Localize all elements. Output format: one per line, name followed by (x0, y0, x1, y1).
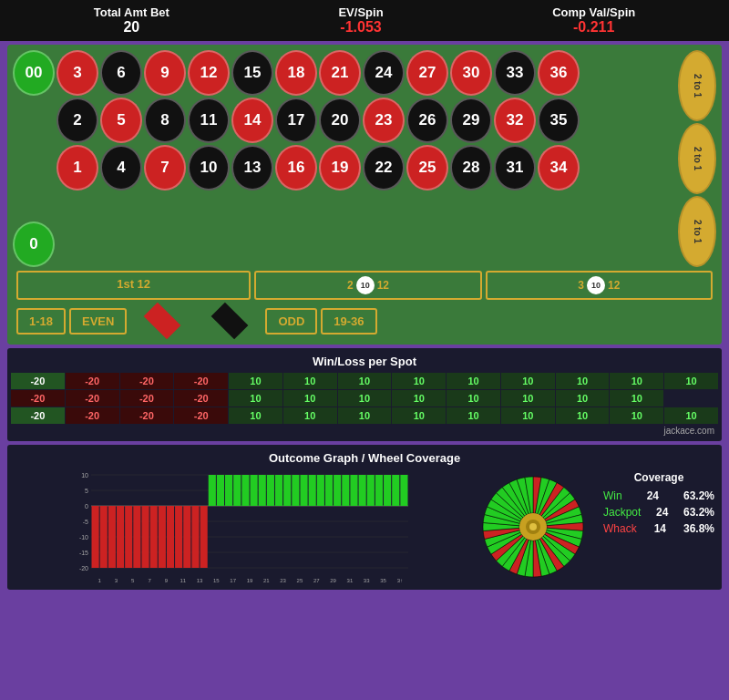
btn-19-36[interactable]: 19-36 (321, 308, 376, 335)
grid-col-6: 212019 (319, 50, 361, 267)
ev-spin-col: EV/Spin -1.053 (338, 5, 383, 36)
bar-chart-area: -20-15-10-505101357911131517192123252729… (11, 468, 467, 586)
svg-text:31: 31 (347, 578, 354, 583)
number-3[interactable]: 3 (56, 50, 98, 96)
svg-text:3: 3 (115, 578, 118, 583)
btn-even[interactable]: EVEN (69, 308, 127, 335)
svg-rect-45 (342, 475, 349, 506)
number-23[interactable]: 23 (363, 98, 405, 143)
wl-cell-r1-c0: -20 (11, 390, 65, 407)
wl-cell-r2-c3: -20 (174, 407, 228, 424)
win-loss-section: Win/Loss per Spot -20-20-20-201010101010… (7, 348, 722, 441)
svg-rect-31 (225, 475, 232, 506)
btn-1-18[interactable]: 1-18 (16, 308, 66, 335)
svg-rect-35 (259, 475, 266, 506)
svg-text:13: 13 (197, 578, 203, 583)
total-amt-bet-label: Total Amt Bet (94, 5, 169, 19)
wl-cell-r1-c1: -20 (66, 390, 119, 407)
coverage-whack-count: 14 (654, 522, 666, 535)
wl-cell-r1-c2: -20 (120, 390, 174, 407)
number-4[interactable]: 4 (100, 145, 142, 190)
second-dozen-btn[interactable]: 2 10 12 (254, 271, 481, 300)
number-21[interactable]: 21 (319, 50, 361, 96)
svg-rect-41 (309, 475, 316, 506)
first-dozen-btn[interactable]: 1st 12 (16, 271, 251, 300)
svg-rect-26 (183, 506, 190, 568)
number-2[interactable]: 2 (56, 98, 98, 143)
coverage-title: Coverage (603, 471, 714, 484)
number-19[interactable]: 19 (319, 145, 361, 190)
number-8[interactable]: 8 (144, 98, 186, 143)
svg-rect-34 (251, 475, 258, 506)
number-27[interactable]: 27 (406, 50, 448, 96)
win-loss-grid: -20-20-20-20101010101010101010-20-20-20-… (11, 373, 718, 424)
third-dozen-btn[interactable]: 3 10 12 (486, 271, 713, 300)
coverage-win-pct: 63.2% (683, 489, 714, 502)
number-1[interactable]: 1 (56, 145, 98, 190)
svg-text:33: 33 (364, 578, 370, 583)
number-9[interactable]: 9 (144, 50, 186, 96)
svg-rect-51 (392, 475, 399, 506)
svg-rect-22 (150, 506, 158, 568)
number-33[interactable]: 33 (494, 50, 536, 96)
number-29[interactable]: 29 (450, 98, 492, 143)
number-12[interactable]: 12 (188, 50, 230, 96)
svg-text:15: 15 (213, 578, 220, 583)
number-32[interactable]: 32 (494, 98, 536, 143)
svg-text:7: 7 (148, 578, 151, 583)
number-13[interactable]: 13 (231, 145, 273, 190)
grid-col-5: 181716 (275, 50, 317, 267)
grid-col-4: 151413 (231, 50, 273, 267)
number-36[interactable]: 36 (538, 50, 580, 96)
number-15[interactable]: 15 (231, 50, 273, 96)
coverage-win-row: Win 24 63.2% (603, 489, 714, 502)
number-30[interactable]: 30 (450, 50, 492, 96)
number-20[interactable]: 20 (319, 98, 361, 143)
number-11[interactable]: 11 (188, 98, 230, 143)
svg-text:0: 0 (85, 503, 88, 510)
coverage-whack-row: Whack 14 36.8% (603, 522, 714, 535)
2to1-mid[interactable]: 2 to 1 (678, 123, 716, 194)
number-7[interactable]: 7 (144, 145, 186, 190)
number-25[interactable]: 25 (406, 145, 448, 190)
number-24[interactable]: 24 (363, 50, 405, 96)
svg-text:21: 21 (263, 578, 270, 583)
grid-col-9: 302928 (450, 50, 492, 267)
number-35[interactable]: 35 (538, 98, 580, 143)
wl-cell-r0-c5: 10 (283, 373, 337, 389)
table-bottom: 1st 12 2 10 12 3 10 12 1-18 EVEN ODD 19 (13, 271, 716, 339)
number-26[interactable]: 26 (406, 98, 448, 143)
number-18[interactable]: 18 (275, 50, 317, 96)
grid-col-2: 987 (144, 50, 186, 267)
number-5[interactable]: 5 (100, 98, 142, 143)
number-16[interactable]: 16 (275, 145, 317, 190)
svg-rect-25 (175, 506, 182, 568)
number-14[interactable]: 14 (231, 98, 273, 143)
number-0[interactable]: 0 (13, 221, 55, 267)
black-diamond[interactable] (211, 303, 249, 340)
number-6[interactable]: 6 (100, 50, 142, 96)
wl-cell-r2-c10: 10 (556, 407, 610, 424)
number-17[interactable]: 17 (275, 98, 317, 143)
svg-rect-48 (367, 475, 375, 506)
number-28[interactable]: 28 (450, 145, 492, 190)
coverage-whack-pct: 36.8% (683, 522, 714, 535)
number-10[interactable]: 10 (188, 145, 230, 190)
2to1-top[interactable]: 2 to 1 (678, 50, 716, 121)
2to1-bot[interactable]: 2 to 1 (678, 196, 716, 267)
grid-col-10: 333231 (494, 50, 536, 267)
svg-text:9: 9 (165, 578, 169, 583)
ev-spin-label: EV/Spin (338, 5, 383, 19)
svg-text:23: 23 (280, 578, 286, 583)
svg-rect-37 (275, 475, 282, 506)
svg-rect-36 (267, 475, 274, 506)
coverage-jackpot-label: Jackpot (603, 506, 641, 519)
number-31[interactable]: 31 (494, 145, 536, 190)
wl-cell-r0-c1: -20 (66, 373, 119, 389)
number-00[interactable]: 00 (13, 50, 55, 96)
number-34[interactable]: 34 (538, 145, 580, 190)
btn-odd[interactable]: ODD (265, 308, 317, 335)
red-diamond[interactable] (144, 303, 181, 340)
number-22[interactable]: 22 (363, 145, 405, 190)
dozen2-chip: 10 (356, 276, 375, 294)
